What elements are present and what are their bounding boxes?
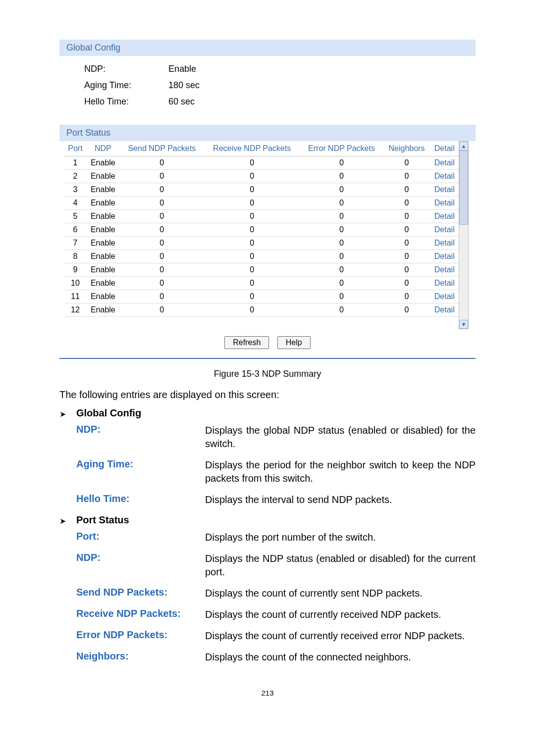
detail-link[interactable]: Detail	[430, 277, 459, 290]
scroll-up-button[interactable]: ▲	[459, 142, 468, 151]
detail-link[interactable]: Detail	[430, 183, 459, 197]
cell-ndp: Enable	[86, 250, 120, 263]
col-neighbors: Neighbors	[383, 141, 430, 156]
table-row: 4Enable0000Detail	[64, 197, 459, 210]
table-row: 10Enable0000Detail	[64, 277, 459, 290]
definition-row: Receive NDP Packets:Displays the count o…	[59, 608, 476, 621]
cell-send: 0	[120, 223, 204, 237]
cell-ndp: Enable	[86, 263, 120, 277]
definition-term: NDP:	[76, 552, 205, 563]
table-row: 8Enable0000Detail	[64, 250, 459, 263]
cell-ndp: Enable	[86, 170, 120, 183]
cell-ndp: Enable	[86, 303, 120, 317]
cell-send: 0	[120, 263, 204, 277]
detail-link[interactable]: Detail	[430, 290, 459, 303]
cell-send: 0	[120, 156, 204, 170]
detail-link[interactable]: Detail	[430, 197, 459, 210]
cell-ndp: Enable	[86, 277, 120, 290]
table-row: 3Enable0000Detail	[64, 183, 459, 197]
detail-link[interactable]: Detail	[430, 156, 459, 170]
cell-nbr: 0	[383, 210, 430, 223]
port-table-scrollbar[interactable]: ▲ ▼	[459, 141, 469, 329]
detail-link[interactable]: Detail	[430, 237, 459, 250]
table-row: 1Enable0000Detail	[64, 156, 459, 170]
definition-term: Send NDP Packets:	[76, 587, 205, 598]
detail-link[interactable]: Detail	[430, 263, 459, 277]
table-row: 9Enable0000Detail	[64, 263, 459, 277]
cell-err: 0	[300, 156, 383, 170]
cell-recv: 0	[204, 277, 300, 290]
definition-term: Error NDP Packets:	[76, 629, 205, 641]
table-row: 12Enable0000Detail	[64, 303, 459, 317]
cell-ndp: Enable	[86, 197, 120, 210]
help-button[interactable]: Help	[277, 336, 311, 349]
col-err: Error NDP Packets	[300, 141, 383, 156]
detail-link[interactable]: Detail	[430, 250, 459, 263]
cell-port: 10	[64, 277, 86, 290]
cell-recv: 0	[204, 223, 300, 237]
detail-link[interactable]: Detail	[430, 170, 459, 183]
definition-section-title: Port Status	[76, 514, 129, 526]
cell-ndp: Enable	[86, 237, 120, 250]
col-ndp: NDP	[86, 141, 120, 156]
cell-send: 0	[120, 183, 204, 197]
port-status-table-wrap: Port NDP Send NDP Packets Receive NDP Pa…	[59, 141, 476, 353]
cell-send: 0	[120, 303, 204, 317]
definition-row: Hello Time:Displays the interval to send…	[59, 493, 476, 506]
chevron-up-icon: ▲	[461, 143, 467, 149]
detail-link[interactable]: Detail	[430, 223, 459, 237]
table-row: 7Enable0000Detail	[64, 237, 459, 250]
cell-port: 7	[64, 237, 86, 250]
definition-description: Displays the NDP status (enabled or disa…	[205, 552, 476, 579]
ndp-value: Enable	[168, 64, 196, 74]
cell-err: 0	[300, 223, 383, 237]
cell-send: 0	[120, 277, 204, 290]
cell-nbr: 0	[383, 237, 430, 250]
col-send: Send NDP Packets	[120, 141, 204, 156]
cell-port: 11	[64, 290, 86, 303]
cell-recv: 0	[204, 237, 300, 250]
cell-port: 9	[64, 263, 86, 277]
cell-recv: 0	[204, 250, 300, 263]
col-detail: Detail	[430, 141, 459, 156]
definition-description: Displays the count of currently sent NDP…	[205, 587, 476, 600]
cell-ndp: Enable	[86, 223, 120, 237]
intro-text: The following entries are displayed on t…	[59, 389, 476, 401]
cell-err: 0	[300, 237, 383, 250]
definition-row: NDP:Displays the NDP status (enabled or …	[59, 552, 476, 579]
aging-time-label: Aging Time:	[84, 80, 168, 91]
definition-description: Displays the count of currently received…	[205, 629, 476, 643]
cell-nbr: 0	[383, 170, 430, 183]
chevron-down-icon: ▼	[461, 321, 467, 327]
cell-send: 0	[120, 170, 204, 183]
cell-nbr: 0	[383, 303, 430, 317]
cell-port: 6	[64, 223, 86, 237]
cell-send: 0	[120, 290, 204, 303]
scroll-thumb[interactable]	[459, 151, 468, 225]
cell-recv: 0	[204, 156, 300, 170]
definition-term: NDP:	[76, 424, 205, 435]
table-row: 11Enable0000Detail	[64, 290, 459, 303]
cell-port: 3	[64, 183, 86, 197]
cell-ndp: Enable	[86, 210, 120, 223]
detail-link[interactable]: Detail	[430, 303, 459, 317]
definition-term: Receive NDP Packets:	[76, 608, 205, 619]
col-recv: Receive NDP Packets	[204, 141, 300, 156]
cell-nbr: 0	[383, 183, 430, 197]
scroll-down-button[interactable]: ▼	[459, 320, 468, 329]
table-row: 2Enable0000Detail	[64, 170, 459, 183]
refresh-button[interactable]: Refresh	[224, 336, 269, 349]
definition-row: Port:Displays the port number of the swi…	[59, 531, 476, 544]
definition-row: Neighbors:Displays the count of the conn…	[59, 651, 476, 664]
detail-link[interactable]: Detail	[430, 210, 459, 223]
config-panel: Global Config NDP: Enable Aging Time: 18…	[59, 40, 476, 359]
hello-time-value: 60 sec	[168, 97, 195, 107]
table-row: 5Enable0000Detail	[64, 210, 459, 223]
cell-port: 5	[64, 210, 86, 223]
aging-time-value: 180 sec	[168, 80, 200, 91]
cell-send: 0	[120, 197, 204, 210]
definition-term: Aging Time:	[76, 458, 205, 470]
global-config-heading: Global Config	[59, 40, 476, 56]
cell-err: 0	[300, 263, 383, 277]
port-status-heading: Port Status	[59, 125, 476, 141]
